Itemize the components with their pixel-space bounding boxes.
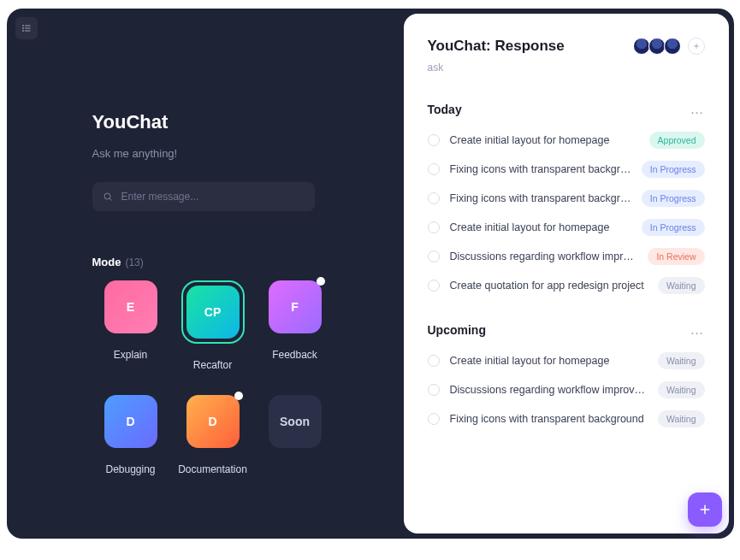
task-title: Discussions regarding workflow improveme… bbox=[450, 384, 649, 396]
task-title: Fixing icons with transparent background bbox=[450, 413, 644, 425]
status-badge: Waiting bbox=[658, 410, 705, 427]
right-pane: YouChat: Response ask Today…Create initi… bbox=[404, 14, 729, 533]
status-badge: Waiting bbox=[658, 277, 705, 294]
status-badge: In Progress bbox=[642, 161, 705, 178]
mode-card[interactable]: D bbox=[186, 395, 240, 448]
task-checkbox[interactable] bbox=[428, 251, 440, 262]
section-more-button[interactable]: … bbox=[690, 323, 705, 337]
task-left: Discussions regarding workflow improveme… bbox=[428, 251, 640, 262]
svg-point-6 bbox=[104, 193, 110, 199]
notification-dot bbox=[317, 277, 325, 286]
task-checkbox[interactable] bbox=[428, 134, 440, 146]
response-header: YouChat: Response ask bbox=[428, 38, 705, 74]
task-left: Create initial layout for homepage bbox=[428, 221, 610, 233]
search-icon bbox=[103, 192, 113, 202]
task-title: Discussions regarding workflow improveme… bbox=[450, 251, 640, 262]
task-list: Create initial layout for homepageApprov… bbox=[428, 132, 705, 294]
mode-card[interactable]: E bbox=[104, 280, 157, 333]
task-checkbox[interactable] bbox=[428, 355, 440, 367]
mode-card-initial: E bbox=[127, 300, 134, 314]
status-badge: In Review bbox=[648, 248, 704, 265]
avatar[interactable] bbox=[633, 38, 650, 55]
task-checkbox[interactable] bbox=[428, 413, 440, 425]
task-checkbox[interactable] bbox=[428, 280, 440, 292]
task-left: Discussions regarding workflow improveme… bbox=[428, 384, 649, 396]
task-title: Create initial layout for homepage bbox=[450, 221, 610, 233]
mode-card[interactable]: Soon bbox=[269, 395, 322, 448]
mode-card[interactable]: CP bbox=[186, 286, 240, 339]
mode-card-label: Recaftor bbox=[193, 359, 232, 371]
task-left: Fixing icons with transparent background bbox=[428, 192, 633, 204]
task-row: Discussions regarding workflow improveme… bbox=[428, 248, 705, 265]
response-subtitle: ask bbox=[428, 62, 565, 74]
section-title: Upcoming bbox=[428, 323, 486, 337]
response-title: YouChat: Response bbox=[428, 38, 565, 55]
task-checkbox[interactable] bbox=[428, 192, 440, 204]
mode-card[interactable]: F bbox=[269, 280, 322, 333]
task-left: Fixing icons with transparent background bbox=[428, 163, 633, 175]
mode-label: Mode bbox=[92, 256, 121, 268]
status-badge: Waiting bbox=[658, 352, 705, 369]
svg-line-7 bbox=[110, 198, 111, 200]
section: Upcoming…Create initial layout for homep… bbox=[428, 323, 705, 427]
task-title: Fixing icons with transparent background bbox=[450, 192, 633, 204]
plus-icon bbox=[697, 502, 713, 517]
mode-card-initial: F bbox=[291, 300, 299, 314]
add-member-button[interactable] bbox=[688, 38, 705, 55]
left-pane: YouChat Ask me anything! Mode (13) EExpl… bbox=[7, 9, 409, 539]
section-more-button[interactable]: … bbox=[690, 103, 705, 116]
avatar-group bbox=[636, 38, 705, 55]
section-header: Today… bbox=[428, 103, 705, 116]
mode-card-wrap: CP bbox=[181, 280, 245, 344]
task-checkbox[interactable] bbox=[428, 221, 440, 233]
mode-card-initial: CP bbox=[204, 305, 221, 319]
avatar[interactable] bbox=[664, 38, 681, 55]
mode-count: (13) bbox=[125, 256, 143, 268]
search-bar[interactable] bbox=[92, 182, 315, 211]
task-left: Create initial layout for homepage bbox=[428, 355, 610, 367]
status-badge: In Progress bbox=[642, 190, 705, 207]
mode-card-label: Debugging bbox=[105, 463, 155, 475]
status-badge: Approved bbox=[649, 132, 705, 149]
status-badge: Waiting bbox=[658, 381, 705, 398]
mode-card-initial: D bbox=[126, 415, 134, 428]
mode-card-wrap: D bbox=[104, 395, 157, 448]
search-input[interactable] bbox=[121, 191, 305, 203]
fab-add-button[interactable] bbox=[688, 492, 722, 527]
mode-card-label: Documentation bbox=[178, 463, 247, 475]
section-title: Today bbox=[428, 103, 462, 116]
task-checkbox[interactable] bbox=[428, 163, 440, 175]
mode-card-label: Explain bbox=[114, 349, 147, 361]
notification-dot bbox=[234, 392, 243, 400]
task-row: Create initial layout for homepageIn Pro… bbox=[428, 219, 705, 236]
task-row: Fixing icons with transparent background… bbox=[428, 161, 705, 178]
plus-icon bbox=[692, 42, 701, 50]
task-row: Discussions regarding workflow improveme… bbox=[428, 381, 705, 398]
mode-card[interactable]: D bbox=[104, 395, 157, 448]
task-checkbox[interactable] bbox=[428, 384, 440, 396]
task-left: Create initial layout for homepage bbox=[428, 134, 610, 146]
app-frame: YouChat Ask me anything! Mode (13) EExpl… bbox=[7, 9, 734, 539]
task-list: Create initial layout for homepageWaitin… bbox=[428, 352, 705, 427]
mode-card-col: DDocumentation bbox=[175, 395, 252, 475]
mode-card-label: Feedback bbox=[272, 349, 317, 361]
mode-card-col: FFeedback bbox=[257, 280, 334, 371]
task-row: Create quotation for app redesign projec… bbox=[428, 277, 705, 294]
status-badge: In Progress bbox=[642, 219, 705, 236]
sections-container: Today…Create initial layout for homepage… bbox=[428, 103, 705, 427]
mode-card-col: DDebugging bbox=[92, 395, 169, 475]
mode-card-wrap: D bbox=[186, 395, 240, 448]
app-title: YouChat bbox=[92, 111, 409, 133]
task-title: Create initial layout for homepage bbox=[450, 355, 610, 367]
mode-card-col: EExplain bbox=[92, 280, 169, 371]
task-row: Create initial layout for homepageApprov… bbox=[428, 132, 705, 149]
avatar[interactable] bbox=[648, 38, 666, 55]
task-title: Create quotation for app redesign projec… bbox=[450, 280, 644, 292]
task-left: Fixing icons with transparent background bbox=[428, 413, 644, 425]
task-row: Fixing icons with transparent background… bbox=[428, 190, 705, 207]
section: Today…Create initial layout for homepage… bbox=[428, 103, 705, 294]
mode-header: Mode (13) bbox=[92, 256, 409, 268]
task-title: Create initial layout for homepage bbox=[450, 134, 610, 146]
mode-card-wrap: F bbox=[269, 280, 322, 333]
app-subtitle: Ask me anything! bbox=[92, 147, 409, 160]
